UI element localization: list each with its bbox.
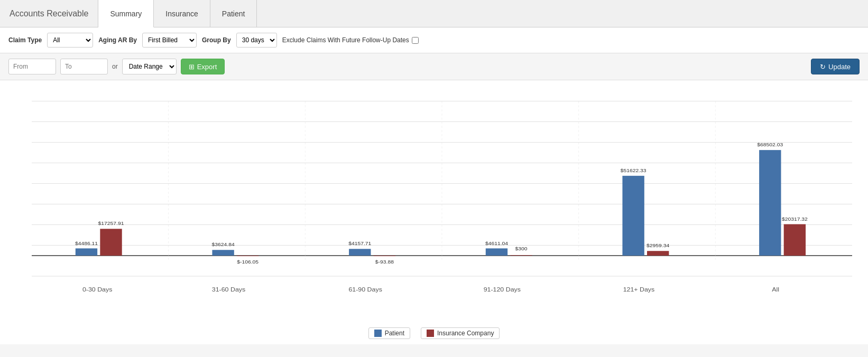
- chart-legend: Patient Insurance Company: [0, 323, 868, 344]
- header-tabs: Accounts Receivable Summary Insurance Pa…: [0, 0, 868, 27]
- aging-ar-select[interactable]: First Billed Last Billed Service Date: [142, 33, 197, 48]
- bar-0-30-patient: [76, 248, 97, 256]
- tabs-container: Summary Insurance Patient: [98, 0, 257, 27]
- svg-text:$20317.32: $20317.32: [782, 216, 808, 222]
- bar-91-120-patient: [486, 248, 507, 256]
- svg-text:$-106.05: $-106.05: [237, 259, 258, 265]
- svg-text:91-120 Days: 91-120 Days: [484, 286, 521, 294]
- bar-all-insurance: [784, 224, 806, 256]
- svg-text:$-93.88: $-93.88: [375, 259, 394, 265]
- export-button[interactable]: ⊞ Export: [181, 59, 225, 74]
- svg-text:$2959.34: $2959.34: [647, 243, 670, 249]
- to-date-input[interactable]: [60, 59, 108, 74]
- svg-text:$4611.04: $4611.04: [485, 240, 509, 246]
- legend-patient-label: Patient: [385, 330, 404, 337]
- claim-type-select[interactable]: All Insurance Patient: [47, 33, 93, 48]
- or-label: or: [112, 63, 118, 70]
- claim-type-label: Claim Type: [8, 36, 42, 44]
- legend-patient: Patient: [368, 327, 410, 339]
- svg-text:61-90 Days: 61-90 Days: [348, 286, 382, 294]
- chart-svg: 80k 70k 60k 50k 40k 30k 20k 10k 0k -10k …: [32, 91, 852, 297]
- tab-insurance[interactable]: Insurance: [154, 0, 210, 27]
- bar-121-patient: [622, 176, 644, 256]
- svg-text:$68502.03: $68502.03: [757, 142, 783, 148]
- app-title: Accounts Receivable: [0, 0, 98, 27]
- legend-patient-color: [374, 330, 382, 337]
- svg-text:$4157.71: $4157.71: [348, 241, 372, 247]
- filter-bar: Claim Type All Insurance Patient Aging A…: [0, 27, 868, 53]
- date-bar: or Date Range Today This Week This Month…: [0, 53, 868, 80]
- bar-all-patient: [759, 150, 781, 256]
- bar-91-120-insurance: [510, 255, 532, 256]
- bar-31-60-patient: [212, 250, 234, 256]
- bar-121-insurance: [647, 251, 669, 256]
- bar-61-90-patient: [349, 249, 371, 256]
- from-date-input[interactable]: [8, 59, 56, 74]
- svg-text:$17257.91: $17257.91: [98, 221, 124, 227]
- svg-text:31-60 Days: 31-60 Days: [212, 286, 245, 294]
- tab-patient[interactable]: Patient: [210, 0, 257, 27]
- svg-text:$51622.33: $51622.33: [621, 167, 647, 173]
- bar-61-90-insurance: [374, 256, 395, 256]
- exclude-claims-label: Exclude Claims With Future Follow-Up Dat…: [282, 36, 419, 44]
- chart-container: 80k 70k 60k 50k 40k 30k 20k 10k 0k -10k …: [0, 80, 868, 323]
- app-title-text: Accounts Receivable: [10, 9, 88, 18]
- legend-insurance: Insurance Company: [421, 327, 500, 339]
- aging-ar-label: Aging AR By: [98, 36, 137, 44]
- legend-insurance-color: [427, 330, 434, 337]
- bar-31-60-insurance: [237, 256, 258, 256]
- export-icon: ⊞: [189, 63, 195, 71]
- group-by-select[interactable]: 30 days 60 days 90 days: [236, 33, 277, 48]
- svg-text:$4486.11: $4486.11: [75, 240, 98, 246]
- tab-summary[interactable]: Summary: [98, 0, 154, 27]
- svg-text:$3624.84: $3624.84: [212, 242, 235, 248]
- svg-text:121+ Days: 121+ Days: [623, 286, 655, 294]
- bar-0-30-insurance: [100, 229, 122, 256]
- update-button[interactable]: ↻ Update: [811, 59, 860, 74]
- date-range-select[interactable]: Date Range Today This Week This Month La…: [122, 59, 177, 74]
- refresh-icon: ↻: [820, 63, 826, 71]
- svg-text:$300: $300: [515, 246, 528, 252]
- exclude-claims-checkbox[interactable]: [412, 37, 419, 44]
- legend-insurance-label: Insurance Company: [437, 330, 494, 337]
- svg-text:All: All: [772, 286, 779, 294]
- group-by-label: Group By: [202, 36, 231, 44]
- svg-text:0-30 Days: 0-30 Days: [82, 286, 113, 294]
